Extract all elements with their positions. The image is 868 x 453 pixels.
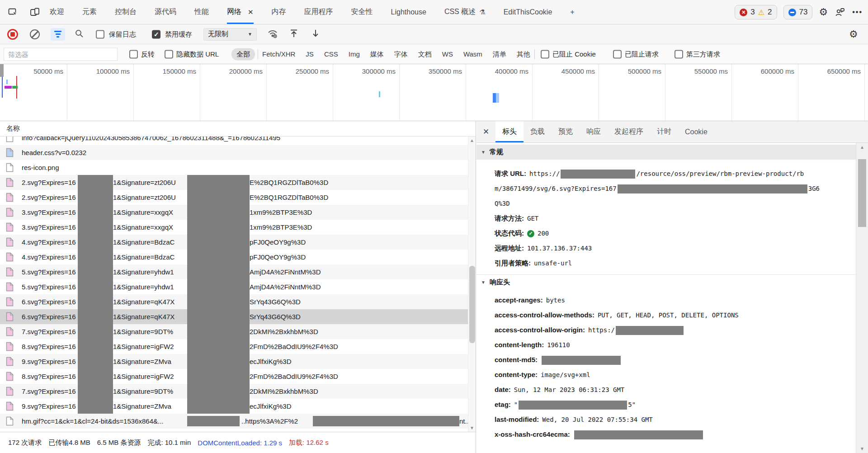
close-tab-icon[interactable]: ✕ (248, 8, 254, 16)
redaction-box (187, 399, 250, 414)
request-row[interactable]: 4.svg?Expires=161&Signature=BdzaCpFJ0QeO… (0, 250, 476, 264)
request-row[interactable]: 3.svg?Expires=161&Signature=xxgqX1xm9%2B… (0, 220, 476, 235)
preserve-log-checkbox[interactable] (96, 30, 104, 38)
filter-type-Wasm[interactable]: Wasm (463, 50, 482, 58)
tab-性能[interactable]: 性能 (194, 0, 209, 24)
feedback-person-icon[interactable] (834, 6, 846, 18)
detail-tab-Cookie[interactable]: Cookie (678, 121, 714, 142)
tab-元素[interactable]: 元素 (82, 0, 97, 24)
request-row[interactable]: header.css?v=0.0232 (0, 145, 476, 160)
close-detail-icon[interactable]: ✕ (476, 121, 495, 142)
request-row[interactable]: 6.svg?Expires=161&Signature=qK47XSrYq43G… (0, 309, 476, 324)
throttling-select[interactable]: 无限制 ▼ (203, 28, 257, 41)
request-row[interactable]: 5.svg?Expires=161&Signature=yhdw1AmjD4A%… (0, 264, 476, 279)
network-settings-gear-icon[interactable]: ⚙ (849, 29, 858, 39)
file-icon (6, 416, 14, 427)
blocked-requests-checkbox[interactable] (613, 50, 622, 58)
general-section-header[interactable]: ▼ 常规 (476, 145, 856, 160)
tab-网络[interactable]: 网络✕ (227, 0, 254, 24)
tab-Lighthouse[interactable]: Lighthouse (391, 0, 426, 24)
clear-network-log-button[interactable] (30, 29, 40, 39)
filter-type-媒体[interactable]: 媒体 (370, 50, 384, 58)
header-value: " (514, 401, 518, 408)
filter-type-WS[interactable]: WS (442, 50, 453, 58)
request-row[interactable]: 8.svg?Expires=161&Signature=igFW22FmD%2B… (0, 369, 476, 384)
filter-type-Fetch/XHR[interactable]: Fetch/XHR (262, 50, 295, 58)
request-list-scrollbar[interactable]: ▲ ▼ (468, 137, 476, 432)
network-conditions-icon[interactable] (267, 28, 278, 41)
request-row[interactable]: 8.svg?Expires=161&Signature=igFW22FmD%2B… (0, 339, 476, 354)
request-row[interactable]: 3.svg?Expires=161&Signature=xxgqX1xm9%2B… (0, 205, 476, 220)
request-row[interactable]: 7.svg?Expires=161&Signature=9DT%2DkMI%2B… (0, 384, 476, 399)
request-row[interactable]: 9.svg?Expires=161&Signature=ZMvaecJlfxiK… (0, 399, 476, 414)
request-row[interactable]: 4.svg?Expires=161&Signature=BdzaCpFJ0QeO… (0, 235, 476, 250)
import-har-icon[interactable] (288, 28, 299, 41)
detail-tab-计时[interactable]: 计时 (650, 121, 678, 142)
third-party-checkbox[interactable] (675, 50, 683, 58)
scrollbar-thumb[interactable] (469, 266, 475, 343)
filter-type-清单[interactable]: 清单 (493, 50, 506, 58)
filter-type-其他[interactable]: 其他 (517, 50, 530, 58)
invert-filter-checkbox[interactable] (129, 50, 138, 58)
search-icon[interactable] (74, 28, 84, 40)
tab-安全性[interactable]: 安全性 (351, 0, 373, 24)
detail-tab-预览[interactable]: 预览 (552, 121, 580, 142)
detail-tab-发起程序[interactable]: 发起程序 (608, 121, 650, 142)
network-overview-timeline[interactable]: 50000 ms100000 ms150000 ms200000 ms25000… (0, 64, 868, 121)
tab-EditThisCookie[interactable]: EditThisCookie (504, 0, 552, 24)
tab-CSS 概述[interactable]: CSS 概述⚗ (444, 0, 486, 24)
device-toolbar-icon[interactable] (29, 6, 41, 18)
filter-type-字体[interactable]: 字体 (394, 50, 408, 58)
scrollbar-thumb[interactable] (858, 159, 866, 227)
record-network-log-button[interactable] (7, 29, 18, 40)
scroll-up-icon[interactable]: ▲ (468, 138, 476, 143)
request-name-text: 1&Signature=BdzaC (113, 250, 187, 264)
tab-应用程序[interactable]: 应用程序 (304, 0, 333, 24)
header-value: 196110 (547, 341, 570, 349)
tab-控制台[interactable]: 控制台 (115, 0, 137, 24)
detail-tab-标头[interactable]: 标头 (495, 121, 524, 142)
request-name-text: 1&Signature=9DT% (113, 384, 187, 399)
request-row[interactable]: 2.svg?Expires=161&Signature=zt206UE%2BQ1… (0, 190, 476, 205)
tab-源代码[interactable]: 源代码 (155, 0, 176, 24)
filter-input[interactable] (4, 47, 118, 61)
filter-type-all[interactable]: 全部 (231, 48, 255, 60)
tab-内存[interactable]: 内存 (272, 0, 286, 24)
request-row[interactable]: info?callback=jQuery11020243058538674700… (0, 137, 476, 145)
scroll-down-icon[interactable]: ▼ (468, 425, 476, 430)
request-row[interactable]: 5.svg?Expires=161&Signature=yhdw1AmjD4A%… (0, 279, 476, 294)
filter-type-Img[interactable]: Img (349, 50, 360, 58)
tab-欢迎[interactable]: 欢迎 (50, 0, 64, 24)
status-item[interactable]: DOMContentLoaded: 1.29 s (198, 439, 282, 447)
header-label: content-length: (495, 341, 544, 349)
response-headers-section-header[interactable]: ▼ 响应头 (476, 274, 856, 289)
request-row[interactable]: 2.svg?Expires=161&Signature=zt206UE%2BQ1… (0, 175, 476, 190)
settings-gear-icon[interactable]: ⚙ (819, 7, 828, 17)
request-row[interactable]: res-icon.png (0, 160, 476, 175)
filter-type-JS[interactable]: JS (306, 50, 314, 58)
request-row[interactable]: 7.svg?Expires=161&Signature=9DT%2DkMI%2B… (0, 324, 476, 339)
inspect-element-icon[interactable] (7, 6, 19, 18)
export-har-icon[interactable] (310, 28, 321, 41)
request-name-text: 6.svg?Expires=16 (22, 294, 78, 309)
disable-cache-checkbox[interactable] (152, 30, 160, 38)
request-row[interactable]: hm.gif?cc=1&ck=1&cl=24-bit&ds=1536x864&.… (0, 414, 476, 429)
status-item[interactable]: 加载: 12.62 s (289, 439, 329, 447)
request-row[interactable]: 9.svg?Expires=161&Signature=ZMvaecJlfxiK… (0, 354, 476, 369)
add-tab-button[interactable]: + (570, 0, 574, 24)
scroll-up-icon[interactable]: ▲ (856, 145, 868, 150)
issues-badge[interactable]: 73 (783, 5, 813, 19)
filter-type-文档[interactable]: 文档 (418, 50, 432, 58)
filter-type-CSS[interactable]: CSS (324, 50, 338, 58)
blocked-cookies-checkbox[interactable] (541, 50, 549, 58)
filter-toggle-button[interactable] (51, 28, 65, 41)
errors-warnings-badge[interactable]: ✕ 3 ⚠ 2 (735, 5, 777, 19)
more-options-icon[interactable]: ••• (852, 8, 863, 16)
request-row[interactable]: 6.svg?Expires=161&Signature=qK47XSrYq43G… (0, 294, 476, 309)
scroll-down-icon[interactable]: ▼ (856, 446, 868, 451)
detail-tab-负载[interactable]: 负载 (524, 121, 552, 142)
detail-scrollbar[interactable]: ▲ ▼ (856, 143, 868, 453)
detail-tab-响应[interactable]: 响应 (580, 121, 608, 142)
name-column-header[interactable]: 名称 (0, 121, 476, 137)
hide-data-url-checkbox[interactable] (165, 50, 173, 58)
